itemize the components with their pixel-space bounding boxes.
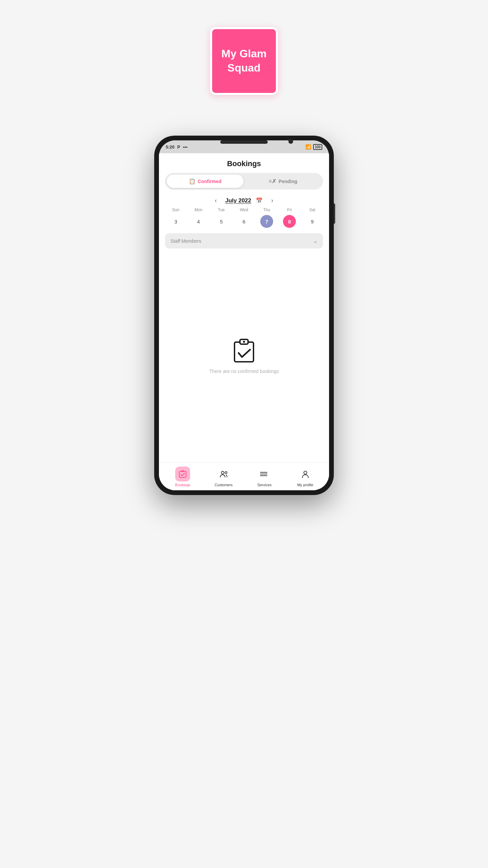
date-8-selected[interactable]: 8 [283, 215, 296, 228]
svg-rect-3 [179, 471, 186, 477]
day-thu: Thu [256, 208, 278, 212]
date-cell-5[interactable]: 5 [210, 214, 232, 229]
phone-side-button [334, 203, 335, 224]
battery-indicator: 100 [313, 144, 322, 150]
day-fri: Fri [278, 208, 301, 212]
day-wed: Wed [232, 208, 255, 212]
confirmed-icon: 📋 [189, 178, 196, 184]
svg-point-2 [243, 341, 245, 343]
calendar-header: ‹ July 2022 📅 › [159, 195, 329, 208]
next-month-button[interactable]: › [267, 197, 277, 204]
date-3[interactable]: 3 [169, 215, 182, 228]
services-icon [260, 470, 269, 478]
services-icon-wrap [257, 467, 272, 481]
pending-icon: ≡✗ [269, 178, 276, 184]
day-sat: Sat [301, 208, 324, 212]
date-9[interactable]: 9 [306, 215, 319, 228]
chevron-down-icon: ⌄ [313, 238, 318, 244]
carrier-dots: ••• [183, 144, 188, 150]
date-cell-7[interactable]: 7 [256, 214, 278, 229]
day-tue: Tue [210, 208, 232, 212]
date-4[interactable]: 4 [192, 215, 205, 228]
date-cell-9[interactable]: 9 [301, 214, 324, 229]
date-cell-3[interactable]: 3 [164, 214, 187, 229]
date-cell-6[interactable]: 6 [232, 214, 255, 229]
prev-month-button[interactable]: ‹ [211, 197, 221, 204]
svg-point-6 [225, 472, 227, 474]
carrier-icon: P [177, 144, 180, 150]
nav-item-customers[interactable]: Customers [203, 467, 244, 487]
tab-switcher: 📋 Confirmed ≡✗ Pending [165, 173, 323, 190]
bottom-navigation: Bookings Customers [159, 462, 329, 490]
days-of-week-header: Sun Mon Tue Wed Thu Fri Sat [159, 208, 329, 212]
svg-rect-4 [181, 470, 184, 472]
tab-pending[interactable]: ≡✗ Pending [245, 175, 321, 188]
date-5[interactable]: 5 [215, 215, 228, 228]
month-year-label: July 2022 [225, 197, 251, 204]
phone-frame: 5:20 P ••• 📶 100 Bookings 📋 Confirmed ≡✗ [154, 136, 334, 495]
date-6[interactable]: 6 [238, 215, 250, 228]
nav-item-bookings[interactable]: Bookings [162, 467, 203, 487]
tab-confirmed-label: Confirmed [198, 179, 222, 184]
phone-screen: 5:20 P ••• 📶 100 Bookings 📋 Confirmed ≡✗ [159, 140, 329, 490]
calendar-icon: 📅 [256, 197, 263, 204]
bookings-icon-wrap [175, 467, 190, 481]
nav-item-services[interactable]: Services [244, 467, 285, 487]
status-time: 5:20 [166, 144, 175, 150]
svg-point-13 [304, 471, 307, 474]
svg-point-5 [221, 471, 224, 474]
logo-text: My GlamSquad [221, 47, 266, 75]
profile-nav-label: My profile [297, 483, 313, 487]
status-right: 📶 100 [305, 144, 322, 150]
svg-rect-0 [235, 342, 253, 362]
profile-icon-wrap [298, 467, 313, 481]
app-content: Bookings 📋 Confirmed ≡✗ Pending ‹ July 2… [159, 153, 329, 462]
clipboard-check-icon [230, 336, 258, 363]
profile-icon [301, 470, 310, 478]
tab-confirmed[interactable]: 📋 Confirmed [167, 175, 243, 188]
customers-nav-label: Customers [215, 483, 232, 487]
bookings-nav-label: Bookings [175, 483, 190, 487]
tab-pending-label: Pending [279, 179, 297, 184]
nav-item-profile[interactable]: My profile [285, 467, 326, 487]
bookings-icon [178, 470, 187, 478]
wifi-icon: 📶 [305, 144, 311, 150]
staff-dropdown-label: Staff Members [170, 238, 201, 244]
empty-state: There are no confirmed bookings [159, 254, 329, 462]
date-cell-4[interactable]: 4 [187, 214, 210, 229]
date-cell-8[interactable]: 8 [278, 214, 301, 229]
customers-icon [219, 470, 228, 478]
phone-camera [288, 139, 293, 144]
empty-message: There are no confirmed bookings [209, 369, 279, 374]
date-7-today[interactable]: 7 [260, 215, 273, 228]
services-nav-label: Services [257, 483, 271, 487]
day-sun: Sun [164, 208, 187, 212]
app-logo: My GlamSquad [210, 27, 278, 95]
dates-row: 3 4 5 6 7 8 9 [159, 214, 329, 229]
phone-notch [220, 140, 268, 144]
staff-members-dropdown[interactable]: Staff Members ⌄ [165, 233, 323, 249]
status-left: 5:20 P ••• [166, 144, 187, 150]
day-mon: Mon [187, 208, 210, 212]
customers-icon-wrap [216, 467, 231, 481]
page-title: Bookings [159, 153, 329, 173]
